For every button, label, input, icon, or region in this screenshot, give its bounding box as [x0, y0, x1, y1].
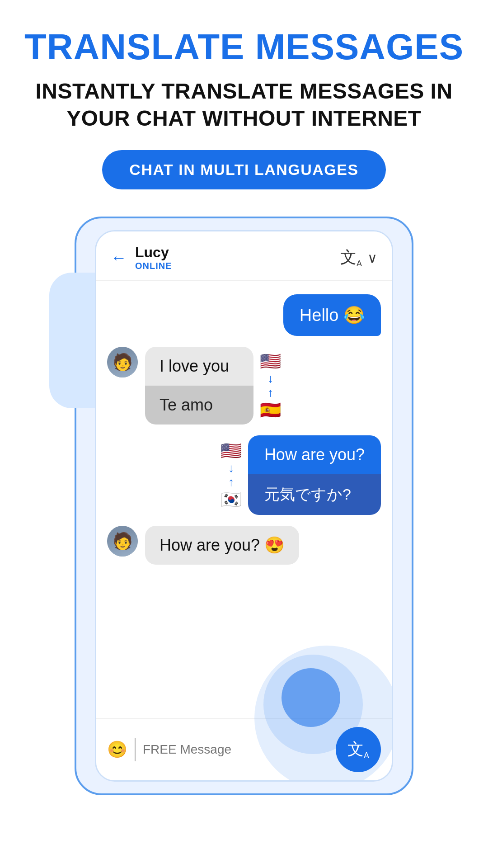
table-row: 🧑 How are you? 😍: [107, 526, 381, 565]
phone-screen: ← Lucy ONLINE 文A ∨ Hello 😂: [95, 230, 393, 782]
phone-frame: ← Lucy ONLINE 文A ∨ Hello 😂: [75, 217, 413, 795]
chat-header-left: ← Lucy ONLINE: [111, 244, 172, 271]
translation-flags-small: 🇺🇸 ↓↑ 🇪🇸: [260, 353, 281, 419]
sent-arrows-icon: ↓↑: [228, 461, 234, 489]
chat-header-right[interactable]: 文A ∨: [340, 246, 377, 269]
emoji-button[interactable]: 😊: [107, 740, 127, 759]
chevron-down-icon[interactable]: ∨: [367, 250, 377, 266]
back-button[interactable]: ←: [111, 248, 127, 267]
received-original: I love you: [145, 347, 253, 386]
avatar-image-2: 🧑: [107, 526, 138, 557]
flag-kr-icon: 🇰🇷: [221, 491, 242, 508]
sent-original: How are you?: [248, 435, 381, 474]
translate-icon[interactable]: 文A: [340, 246, 362, 269]
table-row: 🧑 I love you Te amo 🇺🇸 ↓↑ 🇪🇸: [107, 347, 381, 425]
translation-flags-sent: 🇺🇸 ↓↑ 🇰🇷: [221, 442, 242, 508]
contact-status: ONLINE: [135, 261, 172, 271]
cta-button[interactable]: CHAT IN MULTI LANGUAGES: [102, 150, 385, 189]
sent-bubble-stack: How are you? 元気ですか?: [248, 435, 381, 515]
translated-message: I love you Te amo 🇺🇸 ↓↑ 🇪🇸: [145, 347, 281, 425]
table-row: Hello 😂: [107, 294, 381, 336]
avatar: 🧑: [107, 526, 138, 557]
page-wrapper: TRANSLATE MESSAGES INSTANTLY TRANSLATE M…: [0, 0, 488, 868]
avatar: 🧑: [107, 347, 138, 377]
fab-container: 文A: [336, 727, 381, 772]
sent-translation: 元気ですか?: [248, 474, 381, 515]
received-bubble-simple: How are you? 😍: [145, 526, 299, 565]
chat-input-bar: 😊 文A: [96, 718, 392, 780]
contact-info: Lucy ONLINE: [135, 244, 172, 271]
translation-arrows-icon: ↓↑: [267, 372, 273, 400]
table-row: 🇺🇸 ↓↑ 🇰🇷 How are you? 元気ですか?: [107, 435, 381, 515]
main-subheadline: INSTANTLY TRANSLATE MESSAGES IN YOUR CHA…: [18, 78, 470, 132]
avatar-image: 🧑: [107, 347, 138, 377]
flag-us-sent-icon: 🇺🇸: [221, 442, 242, 459]
translate-fab-button[interactable]: 文A: [336, 727, 381, 772]
contact-name: Lucy: [135, 244, 172, 261]
sent-bubble: Hello 😂: [283, 294, 381, 336]
flag-us-icon: 🇺🇸: [260, 353, 281, 370]
fab-translate-icon: 文A: [347, 738, 369, 760]
chat-header: ← Lucy ONLINE 文A ∨: [96, 231, 392, 281]
flag-es-icon: 🇪🇸: [260, 401, 281, 419]
fab-ripple-inner: [282, 668, 340, 727]
received-translation: Te amo: [145, 386, 253, 425]
main-headline: TRANSLATE MESSAGES: [24, 27, 464, 67]
received-bubble-stack: I love you Te amo: [145, 347, 253, 425]
